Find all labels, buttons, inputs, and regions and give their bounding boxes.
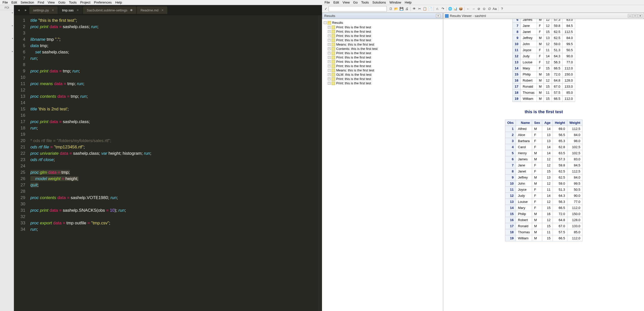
tree-expand-icon[interactable]: + — [328, 34, 331, 37]
menu-view[interactable]: View — [341, 1, 351, 4]
toolbar-button-1[interactable]: 📂 — [394, 6, 399, 11]
sas-toolbar: ✓ 🗋📂💾🖨👁✂📋📄⎌↷🌐📊📦←→⊘⊙∅Aa? — [322, 5, 644, 13]
tree-expand-icon[interactable]: + — [328, 82, 331, 85]
tree-expand-icon[interactable]: + — [328, 52, 331, 54]
menu-tools[interactable]: Tools — [359, 1, 371, 4]
toolbar-button-6[interactable]: ✂ — [417, 6, 422, 11]
toolbar-button-17[interactable]: ← — [466, 6, 471, 11]
tab-tmp-sas[interactable]: tmp.sas × — [58, 6, 83, 14]
sidebar-arrow-icon[interactable]: ▸ — [12, 24, 13, 27]
results-tree[interactable]: − 📁 Results + Print: this is the first t… — [322, 19, 443, 311]
tab-settings-py[interactable]: settings.py × — [29, 6, 58, 14]
sidebar-arrow-icon[interactable]: ▸ — [12, 50, 13, 53]
tree-expand-icon[interactable]: + — [328, 65, 331, 67]
menu-help[interactable]: Help — [403, 1, 413, 4]
toolbar-button-20[interactable]: ⊙ — [481, 6, 487, 11]
menu-help[interactable]: Help — [113, 1, 124, 4]
toolbar-button-14[interactable]: 📊 — [453, 6, 458, 11]
viewer-content[interactable]: 6 James M 12 57.3 83.0 7 Jane F 12 59.8 … — [444, 19, 644, 311]
tree-expand-icon[interactable]: + — [328, 73, 331, 76]
tree-expand-icon[interactable]: + — [328, 60, 331, 63]
tab-close-icon[interactable]: × — [52, 8, 54, 12]
toolbar-button-19[interactable]: ⊘ — [476, 6, 481, 11]
minimap[interactable] — [318, 15, 322, 311]
toolbar-button-13[interactable]: 🌐 — [448, 6, 453, 11]
sex-cell: M — [532, 181, 542, 187]
tree-item[interactable]: + Print: this is the first test — [323, 81, 441, 85]
tree-item[interactable]: + Print: this is the first test — [323, 25, 441, 29]
menu-edit[interactable]: Edit — [332, 1, 341, 4]
tree-expand-icon[interactable]: + — [328, 56, 331, 59]
tree-collapse-icon[interactable]: − — [324, 21, 327, 24]
tree-expand-icon[interactable]: + — [328, 77, 331, 80]
tree-item[interactable]: + Print: this is the first test — [323, 64, 441, 68]
tree-item[interactable]: + Print: this is the first test — [323, 38, 441, 42]
menu-edit[interactable]: Edit — [10, 1, 19, 4]
tab-Readme-md[interactable]: Readme.md × — [137, 6, 167, 14]
tab-close-icon[interactable]: × — [162, 8, 164, 12]
menu-go[interactable]: Go — [351, 1, 359, 4]
toolbar-button-24[interactable]: ? — [499, 6, 505, 11]
toolbar-button-21[interactable]: ∅ — [487, 6, 492, 11]
obs-cell: 14 — [513, 65, 520, 71]
tree-expand-icon[interactable]: + — [328, 69, 331, 72]
nav-forward-icon[interactable]: ► — [22, 8, 29, 12]
tree-item[interactable]: + Means: this is the first test — [323, 42, 441, 47]
tree-item[interactable]: + Print: this is the first test — [323, 55, 441, 60]
tree-expand-icon[interactable]: + — [328, 26, 331, 29]
code-content[interactable]: title "this is the first test"; proc pri… — [29, 15, 322, 311]
toolbar-button-2[interactable]: 💾 — [399, 6, 404, 11]
tree-item[interactable]: + Print: this is the first test — [323, 77, 441, 81]
tab-close-icon[interactable]: × — [77, 8, 79, 12]
menu-find[interactable]: Find — [36, 1, 46, 4]
nav-back-icon[interactable]: ◄ — [15, 8, 22, 12]
tree-expand-icon[interactable]: + — [328, 39, 331, 42]
close-button[interactable]: ✕ — [638, 14, 642, 18]
toolbar-button-3[interactable]: 🖨 — [404, 6, 409, 11]
menu-solutions[interactable]: Solutions — [371, 1, 388, 4]
toolbar-button-8[interactable]: 📄 — [428, 6, 433, 11]
tree-item[interactable]: + GLM: this is the first test — [323, 72, 441, 77]
command-combo[interactable] — [329, 6, 387, 12]
tree-root[interactable]: − 📁 Results — [323, 20, 441, 25]
minimize-button[interactable]: — — [628, 14, 632, 18]
toolbar-button-11[interactable]: ↷ — [440, 6, 445, 11]
toolbar-button-22[interactable]: Aa — [492, 6, 497, 11]
tree-item[interactable]: + Print: this is the first test — [323, 60, 441, 64]
tree-item[interactable]: + Print: this is the first test — [323, 51, 441, 55]
tree-item[interactable]: + Means: this is the first test — [323, 68, 441, 72]
menu-window[interactable]: Window — [388, 1, 403, 4]
check-icon[interactable]: ✓ — [323, 6, 328, 11]
tree-item[interactable]: + Contents: this is the first test — [323, 47, 441, 51]
tree-expand-icon[interactable]: + — [328, 47, 331, 50]
weight-cell: 112.5 — [567, 168, 582, 174]
menu-file[interactable]: File — [1, 1, 10, 4]
menu-file[interactable]: File — [323, 1, 332, 4]
toolbar-button-10[interactable]: ⎌ — [435, 6, 440, 11]
toolbar-button-7[interactable]: 📋 — [422, 6, 427, 11]
menu-tools[interactable]: Tools — [67, 1, 78, 4]
tree-item-label: Print: this is the first test — [336, 25, 371, 29]
tree-item[interactable]: + Print: this is the first test — [323, 29, 441, 34]
menu-goto[interactable]: Goto — [56, 1, 67, 4]
menu-project[interactable]: Project — [78, 1, 92, 4]
sex-cell: M — [532, 223, 542, 229]
toolbar-button-0[interactable]: 🗋 — [388, 6, 393, 11]
menu-preferences[interactable]: Preferences — [92, 1, 113, 4]
toolbar-button-5[interactable]: 👁 — [412, 6, 417, 11]
tree-expand-icon[interactable]: + — [328, 30, 331, 33]
maximize-button[interactable]: □ — [633, 14, 637, 18]
sidebar-arrow-icon[interactable]: ▾ — [12, 37, 13, 40]
toolbar-button-18[interactable]: → — [471, 6, 476, 11]
height-cell: 72.0 — [553, 211, 567, 217]
tree-item[interactable]: + Print: this is the first test — [323, 34, 441, 38]
code-editor[interactable]: 1234567891011121314151617181920212223242… — [14, 15, 322, 311]
menu-view[interactable]: View — [46, 1, 56, 4]
weight-cell: 112.0 — [567, 235, 582, 241]
tree-expand-icon[interactable]: + — [328, 43, 331, 46]
toolbar-button-15[interactable]: 📦 — [458, 6, 463, 11]
tab-SasSubmit-sublime-settings[interactable]: SasSubmit.sublime-settings — [83, 6, 136, 14]
menu-selection[interactable]: Selection — [19, 1, 36, 4]
sidebar-arrow-icon[interactable]: ▸ — [12, 11, 13, 14]
panel-close-button[interactable]: × — [436, 14, 440, 18]
